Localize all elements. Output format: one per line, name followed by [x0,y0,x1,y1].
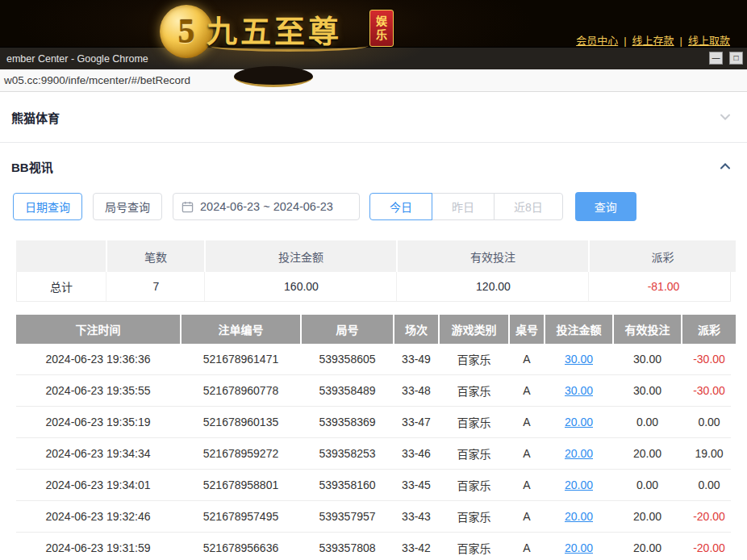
panel-title: 熊猫体育 [11,109,60,126]
payout-cell: 0.00 [682,407,736,437]
round-number-cell: 539358489 [302,375,393,406]
bet-id-cell: 521678961471 [182,344,300,374]
valid-bet-cell: 30.00 [614,375,681,406]
quick-range-group: 今日 昨日 近8日 [369,193,563,220]
header-round-number: 局号 [302,315,393,344]
bet-id-cell: 521678960135 [182,407,300,437]
entertainment-badge: 娱 乐 [369,10,394,47]
badge-char-top: 娱 [376,15,387,29]
session-cell: 33-49 [394,344,438,374]
maximize-button[interactable]: □ [729,52,743,65]
game-type-cell: 百家乐 [440,407,508,437]
bet-id-cell: 521678960778 [182,375,300,406]
session-cell: 33-45 [394,470,438,500]
session-cell: 33-43 [394,501,438,532]
header-bet-time: 下注时间 [16,315,180,344]
round-number-cell: 539358160 [302,470,393,500]
site-logo: 5 九五至尊 娱 乐 [160,2,402,90]
last-8-days-button[interactable]: 近8日 [494,193,563,220]
bet-time-cell: 2024-06-23 19:32:46 [16,501,180,532]
round-number-cell: 539357957 [302,501,393,532]
chevron-up-icon[interactable] [718,159,732,173]
summary-bet-amount-value: 160.00 [207,272,397,301]
bet-id-cell: 521678958801 [182,470,300,500]
table-row: 2024-06-23 19:36:36 521678961471 5393586… [16,344,731,375]
payout-cell: -20.00 [682,533,736,560]
session-cell: 33-48 [394,375,438,406]
session-cell: 33-42 [394,533,438,560]
valid-bet-cell: 20.00 [614,501,681,532]
today-button[interactable]: 今日 [369,193,432,220]
payout-cell: -30.00 [682,375,736,406]
summary-valid-bet-value: 120.00 [399,272,589,301]
summary-total-row: 总计 7 160.00 120.00 -81.00 [17,272,730,301]
table-row: 2024-06-23 19:32:46 521678957495 5393579… [16,501,731,533]
date-range-value: 2024-06-23 ~ 2024-06-23 [200,200,333,213]
bets-header-row: 下注时间 注单编号 局号 场次 游戏类别 桌号 投注金额 有效投注 派彩 [16,315,731,344]
round-number-cell: 539358605 [302,344,393,374]
summary-total-label: 总计 [17,272,106,301]
filter-toolbar: 日期查询 局号查询 2024-06-23 ~ 2024-06-23 今日 昨日 … [13,192,747,221]
game-type-cell: 百家乐 [440,470,508,500]
nav-online-deposit[interactable]: 线上存款 [632,35,674,47]
table-number-cell: A [510,501,544,532]
nav-online-withdraw[interactable]: 线上取款 [688,35,730,47]
nav-member-center[interactable]: 会员中心 [576,35,618,47]
summary-header-empty [16,240,106,272]
game-type-cell: 百家乐 [440,533,508,560]
page-content: 熊猫体育 BB视讯 日期查询 局号查询 2024-06-23 ~ 2024 [0,92,747,560]
bet-amount-link[interactable]: 30.00 [565,384,593,397]
panel-title: BB视讯 [11,158,53,175]
table-number-cell: A [510,344,544,374]
summary-header-row: 笔数 投注金额 有效投注 派彩 [16,240,731,272]
header-payout: 派彩 [682,315,736,344]
logo-ribbon-decoration [234,66,313,87]
table-row: 2024-06-23 19:34:01 521678958801 5393581… [16,470,731,501]
bet-amount-link[interactable]: 30.00 [565,353,593,366]
coin-icon: 5 [160,5,213,58]
round-number-cell: 539357808 [302,533,393,560]
valid-bet-cell: 0.00 [614,407,681,437]
bet-amount-link[interactable]: 20.00 [565,416,593,428]
valid-bet-cell: 30.00 [614,344,681,374]
summary-header-valid-bet: 有效投注 [398,240,588,272]
minimize-button[interactable]: — [709,52,723,65]
table-number-cell: A [510,533,544,560]
badge-char-bottom: 乐 [376,28,387,43]
bet-id-cell: 521678959272 [182,438,300,469]
window-title: ember Center - Google Chrome [6,53,148,65]
valid-bet-cell: 20.00 [614,438,681,469]
header-bet-id: 注单编号 [182,315,300,344]
bet-amount-link[interactable]: 20.00 [565,541,593,554]
bet-time-cell: 2024-06-23 19:36:36 [16,344,180,374]
collapse-panel-bb-video[interactable]: BB视讯 [0,143,747,190]
summary-count-value: 7 [108,272,205,301]
table-row: 2024-06-23 19:31:59 521678956636 5393578… [16,533,731,560]
chevron-down-icon[interactable] [718,110,732,124]
payout-cell: -30.00 [682,344,736,374]
date-range-input[interactable]: 2024-06-23 ~ 2024-06-23 [173,193,360,220]
summary-header-bet-amount: 投注金额 [206,240,396,272]
table-number-cell: A [510,470,544,500]
coin-number: 5 [178,12,195,51]
round-query-button[interactable]: 局号查询 [93,193,162,220]
screen: 会员中心|线上存款|线上取款 5 九五至尊 娱 乐 ember Center -… [0,0,747,560]
bet-amount-link[interactable]: 20.00 [565,479,593,491]
session-cell: 33-46 [394,438,438,469]
collapse-panel-panda-sports[interactable]: 熊猫体育 [0,92,747,143]
bet-amount-link[interactable]: 20.00 [565,510,593,523]
summary-header-count: 笔数 [107,240,204,272]
date-query-button[interactable]: 日期查询 [13,193,82,220]
table-row: 2024-06-23 19:35:19 521678960135 5393583… [16,407,731,438]
bet-amount-link[interactable]: 20.00 [565,447,593,460]
bet-time-cell: 2024-06-23 19:35:19 [16,407,180,437]
header-session: 场次 [394,315,438,344]
game-type-cell: 百家乐 [440,438,508,469]
bet-time-cell: 2024-06-23 19:31:59 [16,533,180,560]
yesterday-button[interactable]: 昨日 [432,193,495,220]
header-valid-bet: 有效投注 [614,315,681,344]
table-row: 2024-06-23 19:34:34 521678959272 5393582… [16,438,731,470]
game-type-cell: 百家乐 [440,344,508,374]
search-button[interactable]: 查询 [575,192,636,221]
game-type-cell: 百家乐 [440,501,508,532]
